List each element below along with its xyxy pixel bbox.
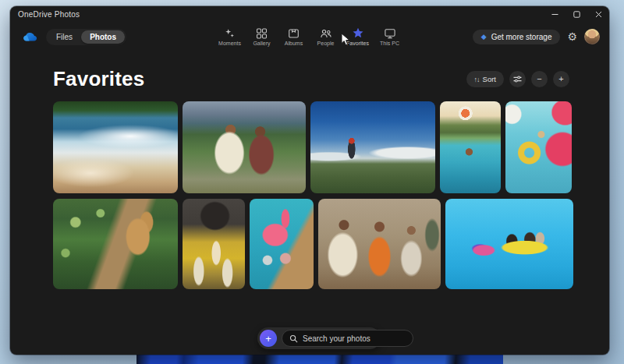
filter-sliders-icon — [513, 75, 522, 83]
photo-tile[interactable] — [183, 199, 245, 289]
account-avatar[interactable] — [584, 29, 600, 44]
settings-gear-icon[interactable]: ⚙ — [567, 31, 577, 42]
app-title: OneDrive Photos — [18, 10, 80, 19]
album-icon — [289, 27, 300, 39]
photo-tile[interactable] — [183, 101, 306, 193]
page-header: Favorites ↑↓ Sort − + — [53, 67, 569, 91]
main-nav: Moments Gallery Albums People — [218, 22, 402, 51]
filter-button[interactable] — [509, 71, 526, 87]
nav-item-favorites[interactable]: Favorites — [346, 26, 370, 48]
view-toolbar: ↑↓ Sort − + — [466, 71, 569, 87]
photo-tile[interactable] — [53, 101, 178, 193]
photo-tile[interactable] — [505, 101, 572, 193]
files-toggle-button[interactable]: Files — [48, 30, 81, 44]
grid-icon — [257, 27, 268, 39]
sparkles-icon — [225, 27, 236, 39]
photo-row-1 — [53, 101, 573, 193]
photo-tile[interactable] — [445, 199, 573, 289]
page-title: Favorites — [53, 67, 144, 91]
search-input[interactable] — [303, 334, 406, 343]
sort-button-label: Sort — [483, 75, 496, 83]
sort-button[interactable]: ↑↓ Sort — [466, 71, 504, 87]
files-photos-toggle: Files Photos — [46, 29, 126, 45]
get-more-storage-button[interactable]: ◆ Get more storage — [473, 30, 561, 44]
wallpaper-bloom — [136, 353, 503, 364]
maximize-button[interactable] — [566, 6, 587, 22]
photo-tile[interactable] — [318, 199, 441, 289]
sort-arrows-icon: ↑↓ — [474, 76, 480, 83]
nav-actions: ◆ Get more storage ⚙ — [473, 29, 600, 44]
nav-item-this-pc[interactable]: This PC — [378, 26, 402, 48]
zoom-out-button[interactable]: − — [531, 71, 548, 87]
nav-label-moments: Moments — [218, 41, 241, 46]
close-icon — [595, 11, 602, 18]
nav-label-people: People — [317, 41, 335, 46]
add-button[interactable]: + — [260, 330, 277, 347]
maximize-icon — [573, 11, 580, 18]
nav-item-albums[interactable]: Albums — [282, 26, 307, 48]
storage-button-label: Get more storage — [491, 33, 552, 41]
nav-label-albums: Albums — [285, 41, 303, 46]
search-bar: + — [257, 327, 381, 349]
storage-diamond-icon: ◆ — [481, 34, 487, 41]
minimize-icon — [551, 11, 558, 18]
monitor-icon — [384, 27, 395, 39]
people-icon — [320, 27, 332, 39]
nav-label-favorites: Favorites — [346, 41, 369, 46]
nav-item-people[interactable]: People — [314, 26, 339, 48]
photo-grid — [53, 101, 573, 289]
search-icon — [289, 334, 298, 343]
close-button[interactable] — [587, 6, 609, 22]
nav-bar: Files Photos Moments Gallery — [10, 22, 609, 51]
onedrive-logo-icon — [20, 30, 40, 44]
nav-item-gallery[interactable]: Gallery — [250, 26, 275, 48]
photo-row-2 — [53, 199, 573, 289]
photos-toggle-button[interactable]: Photos — [81, 30, 125, 44]
zoom-in-button[interactable]: + — [553, 71, 569, 87]
nav-label-gallery: Gallery — [253, 41, 270, 46]
star-icon — [352, 27, 363, 39]
nav-label-this-pc: This PC — [380, 41, 399, 46]
window-controls — [544, 6, 609, 22]
photo-tile[interactable] — [310, 101, 435, 193]
nav-item-moments[interactable]: Moments — [218, 26, 243, 48]
onedrive-photos-window: OneDrive Photos — [10, 6, 609, 355]
photo-tile[interactable] — [250, 199, 314, 289]
brand-area: Files Photos — [20, 29, 126, 45]
title-bar[interactable]: OneDrive Photos — [10, 6, 609, 22]
search-field[interactable] — [282, 330, 413, 347]
photo-tile[interactable] — [440, 101, 501, 193]
photo-tile[interactable] — [53, 199, 178, 289]
minimize-button[interactable] — [544, 6, 566, 22]
